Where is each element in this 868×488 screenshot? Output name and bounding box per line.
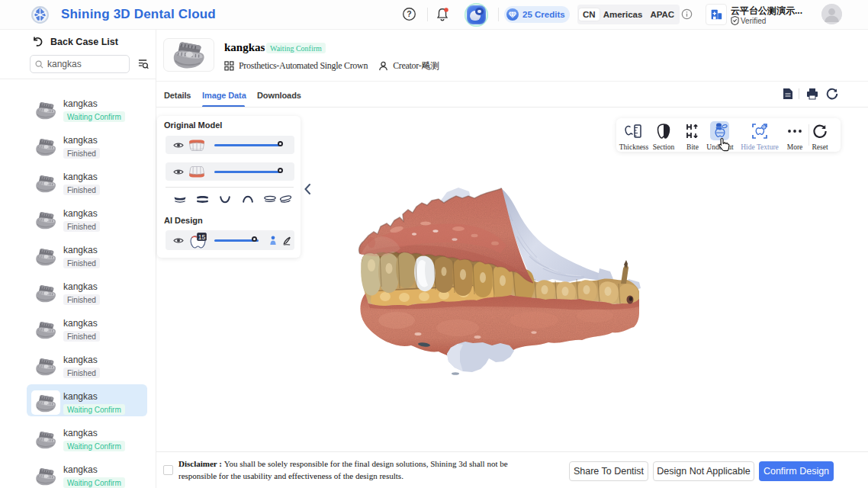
svg-text:?: ? <box>407 10 411 18</box>
